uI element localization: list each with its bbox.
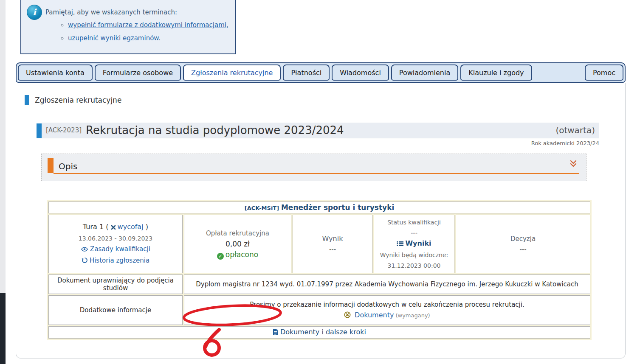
catalog-code: [ACK-2023] (46, 126, 82, 134)
tab-pomoc[interactable]: Pomoc (585, 64, 623, 81)
decision-value: --- (460, 245, 586, 254)
table-row: Tura 1 ( wycofaj ) 13.06.2023 - 30.09.20… (48, 215, 590, 273)
dokumenty-link[interactable]: Dokumenty (355, 311, 394, 319)
paid-check-icon: ✓ (217, 253, 224, 260)
tab-powiadomienia[interactable]: Powiadomienia (391, 64, 458, 81)
programme-code: [ACK-MSiT] (245, 205, 279, 211)
link-suffix: , (226, 21, 228, 29)
table-row: Dokument uprawniający do podjęcia studió… (48, 274, 590, 294)
qualification-status-cell: Status kwalifikacji --- Wyniki Wyniki bę… (374, 215, 454, 273)
round-label: Tura 1 (83, 223, 104, 231)
fee-label: Opłata rekrutacyjna (188, 229, 288, 238)
additional-info-value: Prosimy o przekazanie informacji dodatko… (184, 295, 590, 325)
fee-amount: 0,00 zł (188, 239, 288, 249)
entitling-document-label: Dokument uprawniający do podjęcia studió… (48, 274, 183, 294)
opis-underline (54, 173, 579, 174)
application-table: [ACK-MSiT] Menedżer sportu i turystyki T… (47, 200, 592, 340)
tab-formularze-osobowe[interactable]: Formularze osobowe (95, 64, 181, 81)
fill-forms-link[interactable]: wypełnić formularze z dodatkowymi inform… (68, 21, 226, 29)
withdraw-link[interactable]: wycofaj (118, 223, 144, 231)
results-link[interactable]: Wyniki (405, 239, 431, 247)
tab-spacer (534, 64, 583, 81)
reminder-list: wypełnić formularze z dodatkowymi inform… (68, 21, 228, 48)
eye-icon (81, 246, 88, 254)
irk-candidate-page: i Pamiętaj, aby we wskazanych terminach:… (0, 0, 640, 364)
documents-next-steps-link[interactable]: Dokumenty i dalsze kroki (280, 328, 366, 336)
academic-year-label: Rok akademicki 2023/24 (42, 140, 599, 146)
decision-cell: Decyzja --- (456, 215, 590, 273)
qualification-label: Status kwalifikacji (378, 218, 451, 227)
opis-accent-bar (48, 158, 54, 173)
info-icon: i (27, 5, 42, 20)
catalog-title: Rekrutacja na studia podyplomowe 2023/20… (86, 124, 344, 137)
application-history-link[interactable]: Historia zgłoszenia (90, 257, 149, 264)
catalog-header: [ACK-2023] Rekrutacja na studia podyplom… (42, 123, 599, 138)
results-visible-note: Wyniki będą widoczne: (378, 250, 451, 260)
table-row: Dokumenty i dalsze kroki (48, 326, 590, 339)
qualification-rules-link[interactable]: Zasady kwalifikacji (90, 245, 150, 253)
content-panel: Zgłoszenia rekrutacyjne [ACK-2023] Rekru… (16, 83, 626, 358)
reminder-title: Pamiętaj, aby we wskazanych terminach: (45, 8, 177, 16)
withdraw-x-icon (111, 224, 116, 232)
window-gutter-light (0, 0, 6, 293)
tab-ustawienia-konta[interactable]: Ustawienia konta (18, 64, 93, 81)
results-list-icon (397, 241, 403, 248)
required-circle-icon (344, 312, 351, 320)
opis-title: Opis (59, 161, 77, 171)
page-title: Zgłoszenia rekrutacyjne (35, 96, 121, 104)
list-item: uzupełnić wyniki egzaminów. (68, 34, 228, 48)
table-row: Dodatkowe informacje Prosimy o przekazan… (48, 295, 590, 325)
tab-klauzule-i-zgody[interactable]: Klauzule i zgody (460, 64, 532, 81)
reminder-box: i Pamiętaj, aby we wskazanych terminach:… (20, 0, 236, 54)
catalog-status-badge: (otwarta) (555, 125, 595, 135)
score-cell: Wynik --- (293, 215, 372, 273)
fee-cell: Opłata rekrutacyjna 0,00 zł ✓opłacono (184, 215, 291, 273)
decision-label: Decyzja (460, 234, 586, 244)
tab-bar: Ustawienia konta Formularze osobowe Zgło… (16, 62, 626, 83)
table-row: [ACK-MSiT] Menedżer sportu i turystyki (48, 202, 590, 213)
description-section: Opis (41, 154, 586, 181)
programme-name: Menedżer sportu i turystyki (281, 203, 394, 212)
entitling-document-value: Dyplom magistra nr 1234 wyd. 01.07.1997 … (184, 274, 590, 294)
link-suffix: . (158, 34, 161, 42)
tab-zgloszenia-rekrutacyjne[interactable]: Zgłoszenia rekrutacyjne (183, 64, 281, 81)
list-item: wypełnić formularze z dodatkowymi inform… (68, 21, 228, 34)
programme-header: [ACK-MSiT] Menedżer sportu i turystyki (48, 202, 590, 213)
round-cell: Tura 1 ( wycofaj ) 13.06.2023 - 30.09.20… (48, 215, 183, 273)
document-icon (273, 329, 279, 337)
score-value: --- (296, 245, 369, 254)
complete-exam-results-link[interactable]: uzupełnić wyniki egzaminów (68, 34, 158, 42)
score-label: Wynik (296, 234, 369, 244)
qualification-value: --- (378, 228, 451, 238)
round-dates: 13.06.2023 - 30.09.2023 (52, 234, 179, 243)
tab-platnosci[interactable]: Płatności (283, 64, 330, 81)
history-icon (82, 258, 88, 265)
section-accent-bar (25, 95, 29, 105)
chevron-double-down-icon[interactable] (569, 160, 578, 170)
catalog-accent-bar (37, 123, 42, 138)
additional-info-label: Dodatkowe informacje (48, 295, 183, 325)
tab-wiadomosci[interactable]: Wiadomości (332, 64, 389, 81)
additional-info-note: Prosimy o przekazanie informacji dodatko… (188, 300, 586, 309)
paren: ) (146, 223, 148, 231)
results-visible-date: 31.12.2023 00:00 (378, 261, 451, 270)
footer-cell: Dokumenty i dalsze kroki (48, 326, 590, 339)
required-note: (wymagany) (395, 312, 430, 319)
fee-status: opłacono (226, 250, 258, 259)
window-gutter-dark (0, 293, 6, 364)
paren: ( (106, 223, 108, 231)
